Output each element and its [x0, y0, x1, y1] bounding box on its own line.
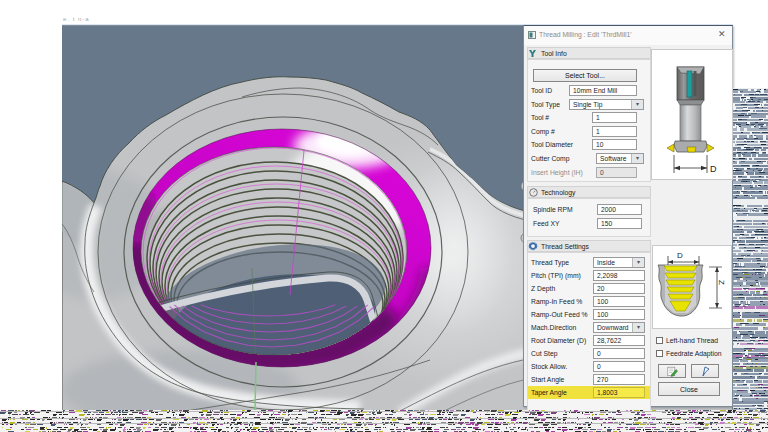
- svg-text:D: D: [710, 164, 717, 174]
- svg-text:D: D: [677, 251, 683, 260]
- svg-text:Z: Z: [717, 280, 726, 285]
